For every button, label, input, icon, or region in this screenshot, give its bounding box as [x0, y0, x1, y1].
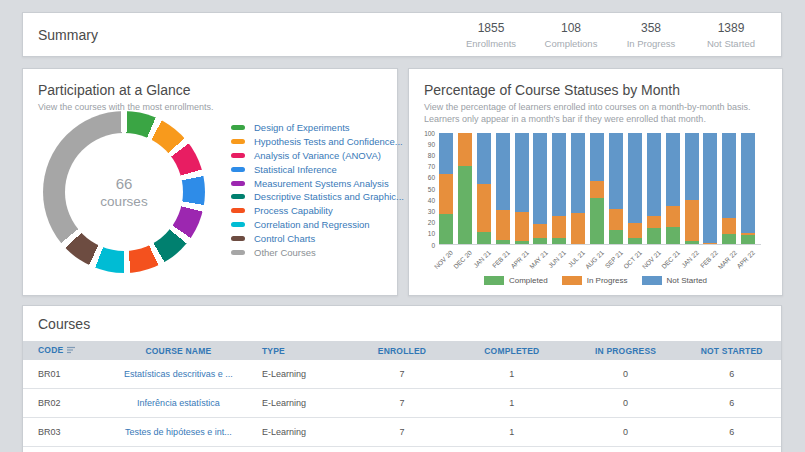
participation-card: Participation at a Glance View the cours… — [22, 68, 398, 296]
legend-label: Control Charts — [254, 233, 315, 244]
legend-label: Analysis of Variance (ANOVA) — [254, 150, 381, 161]
courses-card: Courses CODECOURSE NAMETYPEENROLLEDCOMPL… — [22, 305, 782, 452]
bar-month[interactable] — [722, 133, 736, 244]
table-row: BR03Testes de hipóteses e int...E-Learni… — [23, 418, 781, 447]
bar-month[interactable] — [515, 133, 529, 244]
bar-segment — [533, 238, 547, 244]
legend-swatch — [231, 208, 245, 213]
table-cell: 7 — [349, 398, 455, 408]
sort-icon[interactable] — [67, 346, 76, 356]
legend-swatch — [231, 139, 245, 144]
table-cell: 6 — [682, 398, 781, 408]
column-header-enrolled[interactable]: ENROLLED — [349, 346, 455, 356]
course-name-link[interactable]: Testes de hipóteses e int... — [125, 427, 232, 437]
table-header-row: CODECOURSE NAMETYPEENROLLEDCOMPLETEDIN P… — [23, 341, 781, 360]
bar-legend: CompletedIn ProgressNot Started — [409, 276, 782, 285]
bar-month[interactable] — [439, 133, 453, 244]
bar-segment — [552, 216, 566, 238]
bar-segment — [741, 133, 755, 233]
bar-month[interactable] — [628, 133, 642, 244]
courses-title: Courses — [23, 306, 781, 341]
column-header-type[interactable]: TYPE — [258, 346, 349, 356]
x-tick-label: JAN 21 — [472, 249, 492, 269]
legend-item[interactable]: Measurement Systems Analysis — [231, 176, 404, 190]
bar-segment — [552, 238, 566, 244]
bar-month[interactable] — [590, 133, 604, 244]
bar-month[interactable] — [496, 133, 510, 244]
legend-label: Process Capability — [254, 205, 333, 216]
legend-swatch — [484, 276, 504, 285]
bar-month[interactable] — [685, 133, 699, 244]
x-tick-label: DEC 21 — [660, 249, 681, 270]
legend-item[interactable]: Control Charts — [231, 231, 404, 245]
legend-item[interactable]: Statistical Inference — [231, 162, 404, 176]
legend-swatch — [231, 222, 245, 227]
bar-segment — [666, 227, 680, 244]
bar-month[interactable] — [609, 133, 623, 244]
legend-swatch — [231, 167, 245, 172]
y-tick-label: 10 — [413, 230, 435, 237]
bar-segment — [477, 133, 491, 184]
bar-segment — [647, 228, 661, 244]
column-header-code[interactable]: CODE — [23, 345, 99, 356]
course-name-link[interactable]: Inferência estatística — [137, 398, 220, 408]
bar-segment — [741, 235, 755, 244]
legend-swatch — [231, 194, 245, 199]
bar-segment — [685, 241, 699, 244]
legend-item[interactable]: Descriptive Statistics and Graphic... — [231, 190, 404, 204]
table-cell: 0 — [569, 369, 683, 379]
column-header-in-progress[interactable]: IN PROGRESS — [569, 346, 683, 356]
y-tick-label: 40 — [413, 197, 435, 204]
y-tick-label: 60 — [413, 174, 435, 181]
bar-segment — [609, 230, 623, 244]
bar-segment — [571, 133, 585, 213]
donut-center: 66 courses — [65, 133, 183, 251]
table-row: BR01Estatísticas descritivas e ...E-Lear… — [23, 360, 781, 389]
bar-month[interactable] — [666, 133, 680, 244]
legend-label: Completed — [509, 276, 548, 285]
bar-month[interactable] — [533, 133, 547, 244]
x-tick-label: SEP 21 — [604, 249, 624, 269]
summary-stats: 1855Enrollments108Completions358In Progr… — [451, 21, 771, 49]
bar-month[interactable] — [552, 133, 566, 244]
bar-segment — [439, 214, 453, 244]
bar-month[interactable] — [571, 133, 585, 244]
bar-month[interactable] — [477, 133, 491, 244]
table-cell: 1 — [455, 369, 569, 379]
donut-chart[interactable]: 66 courses — [43, 111, 205, 273]
donut-center-label: courses — [100, 194, 147, 209]
bar-segment — [628, 238, 642, 244]
legend-item[interactable]: Analysis of Variance (ANOVA) — [231, 149, 404, 163]
column-header-course-name[interactable]: COURSE NAME — [99, 346, 258, 356]
table-cell: 0 — [569, 398, 683, 408]
legend-label: Correlation and Regression — [254, 219, 370, 230]
course-name-link[interactable]: Estatísticas descritivas e ... — [124, 369, 233, 379]
bar-segment — [515, 133, 529, 212]
stat-label: Not Started — [695, 38, 767, 49]
legend-item[interactable]: Correlation and Regression — [231, 218, 404, 232]
bar-month[interactable] — [647, 133, 661, 244]
bar-segment — [458, 133, 472, 166]
stat-label: Enrollments — [455, 38, 527, 49]
summary-stat: 1855Enrollments — [451, 21, 531, 49]
bar-segment — [590, 181, 604, 199]
column-header-completed[interactable]: COMPLETED — [455, 346, 569, 356]
table-cell: 0 — [569, 427, 683, 437]
legend-item[interactable]: Hypothesis Tests and Confidence... — [231, 135, 404, 149]
legend-swatch — [562, 276, 582, 285]
legend-item[interactable]: Design of Experiments — [231, 121, 404, 135]
legend-item[interactable]: Process Capability — [231, 204, 404, 218]
bar-month[interactable] — [458, 133, 472, 244]
column-header-not-started[interactable]: NOT STARTED — [682, 346, 781, 356]
x-tick-label: FEB 22 — [698, 249, 718, 269]
bars-area — [439, 133, 761, 245]
bar-month[interactable] — [703, 133, 717, 244]
x-tick-label: JUN 21 — [547, 249, 567, 269]
table-cell: E-Learning — [258, 369, 349, 379]
legend-label: Hypothesis Tests and Confidence... — [254, 136, 403, 147]
bar-segment — [685, 133, 699, 200]
bar-legend-item[interactable]: Not Started — [642, 276, 707, 285]
bar-legend-item[interactable]: Completed — [484, 276, 548, 285]
bar-month[interactable] — [741, 133, 755, 244]
bar-legend-item[interactable]: In Progress — [562, 276, 628, 285]
